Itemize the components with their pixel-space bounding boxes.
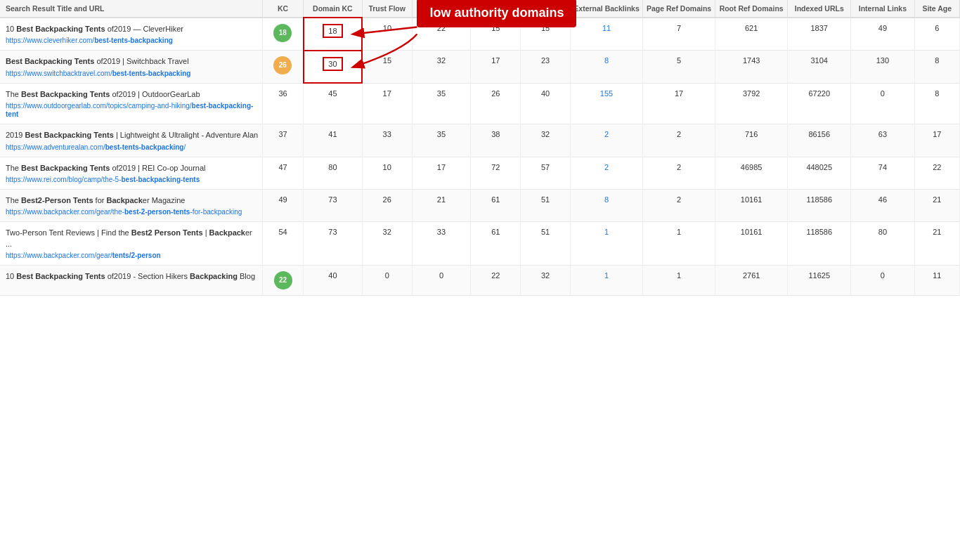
- cell-site-age: 8: [914, 83, 960, 124]
- cell-trust-flow: 17: [362, 83, 412, 124]
- cell-citation-flow: 22: [412, 18, 471, 51]
- cell-trust-flow: 15: [362, 51, 412, 83]
- cell-trust-flow: 33: [362, 124, 412, 157]
- cell-citation-flow: 35: [412, 83, 471, 124]
- cell-internal-links: 0: [851, 266, 914, 296]
- cell-domain-tf: 15: [471, 18, 521, 51]
- cell-external-backlinks[interactable]: 8: [571, 51, 643, 83]
- cell-page-ref-domains: 17: [643, 83, 715, 124]
- cell-indexed-urls: 86156: [788, 124, 851, 157]
- cell-citation-flow: 21: [412, 189, 471, 221]
- cell-title: 10 Best Backpacking Tents of2019 - Secti…: [0, 266, 263, 296]
- cell-indexed-urls: 3104: [788, 51, 851, 83]
- cell-url[interactable]: https://www.backpacker.com/gear/the-best…: [6, 207, 259, 216]
- header-citation-flow: Citation Flow: [412, 0, 471, 18]
- cell-page-ref-domains: 2: [643, 157, 715, 189]
- cell-domain-tf: 26: [471, 83, 521, 124]
- cell-domain-kc: 30: [304, 51, 363, 83]
- header-domain-kc: Domain KC: [304, 0, 363, 18]
- cell-domain-kc: 18: [304, 18, 363, 51]
- cell-kc: 47: [263, 157, 304, 189]
- cell-site-age: 22: [914, 157, 960, 189]
- cell-page-ref-domains: 1: [643, 222, 715, 266]
- serp-table: Search Result Title and URL KC Domain KC…: [0, 0, 960, 296]
- cell-indexed-urls: 1837: [788, 18, 851, 51]
- cell-domain-tf: 22: [471, 266, 521, 296]
- cell-indexed-urls: 118586: [788, 222, 851, 266]
- table-row: 2019 Best Backpacking Tents | Lightweigh…: [0, 124, 960, 157]
- cell-trust-flow: 26: [362, 189, 412, 221]
- cell-url[interactable]: https://www.adventurealan.com/best-tents…: [6, 143, 259, 151]
- cell-domain-tf: 61: [471, 222, 521, 266]
- header-site-age: Site Age: [914, 0, 960, 18]
- cell-domain-kc: 41: [304, 124, 363, 157]
- table-row: The Best Backpacking Tents of2019 | REI …: [0, 157, 960, 189]
- cell-citation-flow: 17: [412, 157, 471, 189]
- cell-title: The Best2-Person Tents for Backpacker Ma…: [0, 189, 263, 221]
- cell-domain-tf: 17: [471, 51, 521, 83]
- cell-domain-cf: 40: [521, 83, 571, 124]
- cell-trust-flow: 32: [362, 222, 412, 266]
- cell-root-ref-domains: 10161: [715, 189, 788, 221]
- cell-internal-links: 49: [851, 18, 914, 51]
- cell-kc: 49: [263, 189, 304, 221]
- cell-external-backlinks[interactable]: 2: [571, 157, 643, 189]
- cell-kc: 18: [263, 18, 304, 51]
- cell-site-age: 11: [914, 266, 960, 296]
- cell-title: The Best Backpacking Tents of2019 | Outd…: [0, 83, 263, 124]
- cell-domain-tf: 61: [471, 189, 521, 221]
- cell-page-ref-domains: 1: [643, 266, 715, 296]
- cell-root-ref-domains: 1743: [715, 51, 788, 83]
- cell-kc: 54: [263, 222, 304, 266]
- header-page-ref-domains: Page Ref Domains: [643, 0, 715, 18]
- cell-site-age: 21: [914, 189, 960, 221]
- cell-external-backlinks[interactable]: 155: [571, 83, 643, 124]
- cell-page-ref-domains: 2: [643, 124, 715, 157]
- header-domain-cf: Domain CF: [521, 0, 571, 18]
- cell-url[interactable]: https://www.switchbacktravel.com/best-te…: [6, 69, 259, 77]
- cell-domain-tf: 72: [471, 157, 521, 189]
- cell-internal-links: 63: [851, 124, 914, 157]
- table-header-row: Search Result Title and URL KC Domain KC…: [0, 0, 960, 18]
- cell-external-backlinks[interactable]: 8: [571, 189, 643, 221]
- header-root-ref-domains: Root Ref Domains: [715, 0, 788, 18]
- cell-domain-cf: 32: [521, 266, 571, 296]
- cell-external-backlinks[interactable]: 2: [571, 124, 643, 157]
- table-row: Best Backpacking Tents of2019 | Switchba…: [0, 51, 960, 83]
- cell-kc: 37: [263, 124, 304, 157]
- header-kc: KC: [263, 0, 304, 18]
- main-table-wrapper: Search Result Title and URL KC Domain KC…: [0, 0, 960, 296]
- cell-external-backlinks[interactable]: 1: [571, 222, 643, 266]
- cell-citation-flow: 32: [412, 51, 471, 83]
- cell-domain-kc: 73: [304, 189, 363, 221]
- cell-site-age: 6: [914, 18, 960, 51]
- header-trust-flow: Trust Flow: [362, 0, 412, 18]
- cell-internal-links: 74: [851, 157, 914, 189]
- cell-indexed-urls: 448025: [788, 157, 851, 189]
- cell-external-backlinks[interactable]: 1: [571, 266, 643, 296]
- cell-page-ref-domains: 5: [643, 51, 715, 83]
- cell-domain-kc: 40: [304, 266, 363, 296]
- cell-site-age: 8: [914, 51, 960, 83]
- cell-root-ref-domains: 2761: [715, 266, 788, 296]
- cell-trust-flow: 10: [362, 18, 412, 51]
- cell-kc: 26: [263, 51, 304, 83]
- cell-internal-links: 46: [851, 189, 914, 221]
- cell-citation-flow: 33: [412, 222, 471, 266]
- cell-url[interactable]: https://www.cleverhiker.com/best-tents-b…: [6, 36, 259, 44]
- cell-domain-kc: 80: [304, 157, 363, 189]
- cell-root-ref-domains: 10161: [715, 222, 788, 266]
- header-indexed-urls: Indexed URLs: [788, 0, 851, 18]
- cell-site-age: 21: [914, 222, 960, 266]
- cell-internal-links: 0: [851, 83, 914, 124]
- cell-trust-flow: 0: [362, 266, 412, 296]
- cell-external-backlinks[interactable]: 11: [571, 18, 643, 51]
- cell-domain-cf: 23: [521, 51, 571, 83]
- cell-domain-kc: 45: [304, 83, 363, 124]
- cell-url[interactable]: https://www.backpacker.com/gear/tents/2-…: [6, 251, 259, 259]
- header-internal-links: Internal Links: [851, 0, 914, 18]
- cell-url[interactable]: https://www.outdoorgearlab.com/topics/ca…: [6, 101, 259, 118]
- header-domain-tf: Domain TF: [471, 0, 521, 18]
- cell-url[interactable]: https://www.rei.com/blog/camp/the-5-best…: [6, 175, 259, 183]
- cell-internal-links: 80: [851, 222, 914, 266]
